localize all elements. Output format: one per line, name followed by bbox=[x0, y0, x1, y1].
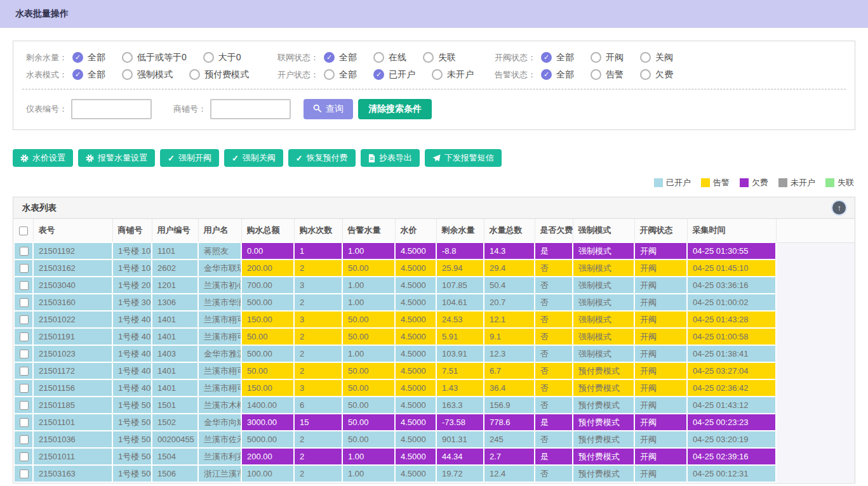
radio-checked-icon[interactable]: ✓ bbox=[72, 69, 83, 80]
radio-unchecked-icon[interactable] bbox=[203, 52, 214, 63]
collapse-up-icon[interactable]: ↑ bbox=[832, 201, 846, 214]
radio-unchecked-icon[interactable] bbox=[324, 69, 335, 80]
legend-label: 未开户 bbox=[791, 177, 815, 188]
radio-option[interactable]: 强制模式 bbox=[122, 69, 173, 81]
row-checkbox[interactable] bbox=[20, 281, 29, 290]
toolbar-button-6[interactable]: 抄表导出 bbox=[361, 149, 420, 167]
radio-option[interactable]: ✓全部 bbox=[541, 69, 574, 81]
cell-purchase-count: 2 bbox=[294, 362, 342, 379]
cell-alarm-volume: 1.00 bbox=[342, 242, 395, 259]
meter-no-label: 仪表编号： bbox=[26, 103, 67, 115]
row-checkbox[interactable] bbox=[20, 452, 29, 461]
cell-price: 4.5000 bbox=[395, 431, 436, 448]
radio-option[interactable]: 告警 bbox=[591, 69, 624, 81]
radio-unchecked-icon[interactable] bbox=[189, 69, 200, 80]
shop-no-input[interactable] bbox=[210, 99, 291, 119]
table-row: 215010231号楼 4031403金华市雅淇工500.0021.004.50… bbox=[14, 345, 855, 362]
meter-no-input[interactable] bbox=[71, 99, 152, 119]
cell-user-name: 蒋照友 bbox=[198, 242, 241, 259]
radio-unchecked-icon[interactable] bbox=[640, 52, 651, 63]
cell-filler bbox=[776, 328, 855, 345]
cell-total-volume: 12.1 bbox=[484, 311, 535, 328]
radio-option[interactable]: ✓全部 bbox=[324, 52, 357, 63]
clear-search-button[interactable]: 清除搜索条件 bbox=[358, 99, 432, 119]
cell-purchase-total: 700.00 bbox=[241, 277, 294, 294]
radio-checked-icon[interactable]: ✓ bbox=[72, 52, 83, 63]
row-checkbox[interactable] bbox=[20, 350, 29, 358]
radio-option[interactable]: 关阀 bbox=[640, 52, 673, 63]
radio-option[interactable]: 低于或等于0 bbox=[122, 52, 187, 63]
radio-unchecked-icon[interactable] bbox=[122, 69, 133, 80]
cell-collect-time: 04-25 01:45:10 bbox=[687, 259, 776, 277]
select-all-checkbox[interactable] bbox=[19, 227, 28, 235]
radio-checked-icon[interactable]: ✓ bbox=[324, 52, 335, 63]
cell-price: 4.5000 bbox=[395, 277, 436, 294]
row-checkbox[interactable] bbox=[20, 298, 29, 307]
radio-unchecked-icon[interactable] bbox=[423, 52, 434, 63]
radio-option[interactable]: 失联 bbox=[423, 52, 456, 63]
radio-option[interactable]: 未开户 bbox=[432, 69, 474, 81]
toolbar-button-1[interactable]: 水价设置 bbox=[13, 149, 73, 167]
row-checkbox-cell bbox=[14, 328, 33, 345]
row-checkbox[interactable] bbox=[20, 315, 29, 324]
cell-price: 4.5000 bbox=[395, 328, 436, 345]
search-row: 仪表编号： 商铺号： 查询 清除搜索条件 bbox=[13, 89, 855, 119]
row-checkbox[interactable] bbox=[20, 470, 29, 478]
search-icon bbox=[313, 104, 321, 114]
cell-valve-status: 开阀 bbox=[634, 242, 687, 259]
cell-price: 4.5000 bbox=[395, 379, 436, 397]
radio-option[interactable]: 欠费 bbox=[640, 69, 673, 81]
radio-checked-icon[interactable]: ✓ bbox=[373, 69, 384, 80]
cell-alarm-volume: 50.00 bbox=[342, 397, 395, 414]
cell-alarm-volume: 50.00 bbox=[342, 328, 395, 345]
radio-unchecked-icon[interactable] bbox=[591, 52, 601, 63]
cell-filler bbox=[776, 414, 855, 431]
toolbar-button-4[interactable]: ✓强制关阀 bbox=[224, 149, 283, 167]
row-checkbox[interactable] bbox=[20, 332, 29, 341]
table-row: 215011011号楼 5021502金华市向斌工3000.001550.004… bbox=[14, 414, 855, 431]
toolbar-button-2[interactable]: 报警水量设置 bbox=[78, 149, 155, 167]
legend-label: 告警 bbox=[713, 177, 730, 188]
filter-group: 开阀状态：✓全部开阀关阀 bbox=[495, 52, 690, 63]
cell-price: 4.5000 bbox=[395, 294, 436, 311]
row-checkbox[interactable] bbox=[20, 247, 29, 256]
row-checkbox[interactable] bbox=[20, 367, 29, 376]
cell-user-name: 浙江兰溪市汇 bbox=[198, 465, 241, 482]
header-checkbox-cell bbox=[14, 219, 33, 242]
radio-option[interactable]: 在线 bbox=[373, 52, 406, 63]
toolbar-button-7[interactable]: 下发报警短信 bbox=[425, 149, 502, 167]
toolbar-button-5[interactable]: ✓恢复预付费 bbox=[288, 149, 356, 167]
radio-option[interactable]: ✓已开户 bbox=[373, 69, 415, 81]
cell-price: 4.5000 bbox=[395, 259, 436, 277]
cell-price: 4.5000 bbox=[395, 345, 436, 362]
toolbar-button-label: 强制关阀 bbox=[243, 152, 276, 164]
radio-option[interactable]: 开阀 bbox=[591, 52, 624, 63]
row-checkbox[interactable] bbox=[20, 418, 29, 427]
row-checkbox[interactable] bbox=[20, 435, 29, 444]
radio-option[interactable]: ✓全部 bbox=[72, 69, 105, 81]
radio-unchecked-icon[interactable] bbox=[640, 69, 651, 80]
toolbar-button-3[interactable]: ✓强制开阀 bbox=[160, 149, 219, 167]
radio-checked-icon[interactable]: ✓ bbox=[541, 52, 552, 63]
cell-total-volume: 20.7 bbox=[484, 294, 535, 311]
radio-option[interactable]: ✓全部 bbox=[541, 52, 574, 63]
query-button[interactable]: 查询 bbox=[304, 99, 353, 119]
row-checkbox[interactable] bbox=[20, 384, 29, 393]
radio-unchecked-icon[interactable] bbox=[591, 69, 601, 80]
row-checkbox[interactable] bbox=[20, 401, 29, 410]
radio-option[interactable]: ✓全部 bbox=[72, 52, 105, 63]
cell-remaining-volume: 103.91 bbox=[436, 345, 484, 362]
radio-unchecked-icon[interactable] bbox=[122, 52, 133, 63]
cell-total-volume: 12.4 bbox=[484, 465, 535, 482]
cell-purchase-count: 3 bbox=[294, 311, 342, 328]
column-header-meter-no: 表号 bbox=[33, 219, 112, 242]
cell-shop-no: 1号楼 405 bbox=[112, 362, 152, 379]
radio-option[interactable]: 全部 bbox=[324, 69, 357, 81]
radio-checked-icon[interactable]: ✓ bbox=[541, 69, 552, 80]
radio-unchecked-icon[interactable] bbox=[373, 52, 384, 63]
radio-option[interactable]: 大于0 bbox=[203, 52, 241, 63]
row-checkbox[interactable] bbox=[20, 264, 29, 273]
radio-unchecked-icon[interactable] bbox=[432, 69, 443, 80]
cell-valve-status: 开阀 bbox=[634, 362, 687, 379]
radio-option[interactable]: 预付费模式 bbox=[189, 69, 249, 81]
